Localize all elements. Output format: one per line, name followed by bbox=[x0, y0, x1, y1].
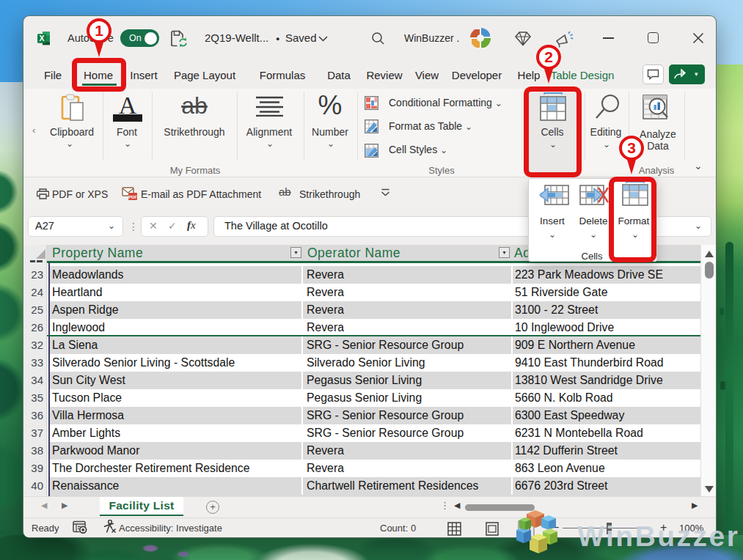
svg-text:PDF: PDF bbox=[128, 195, 137, 199]
svg-text:X: X bbox=[39, 34, 44, 43]
